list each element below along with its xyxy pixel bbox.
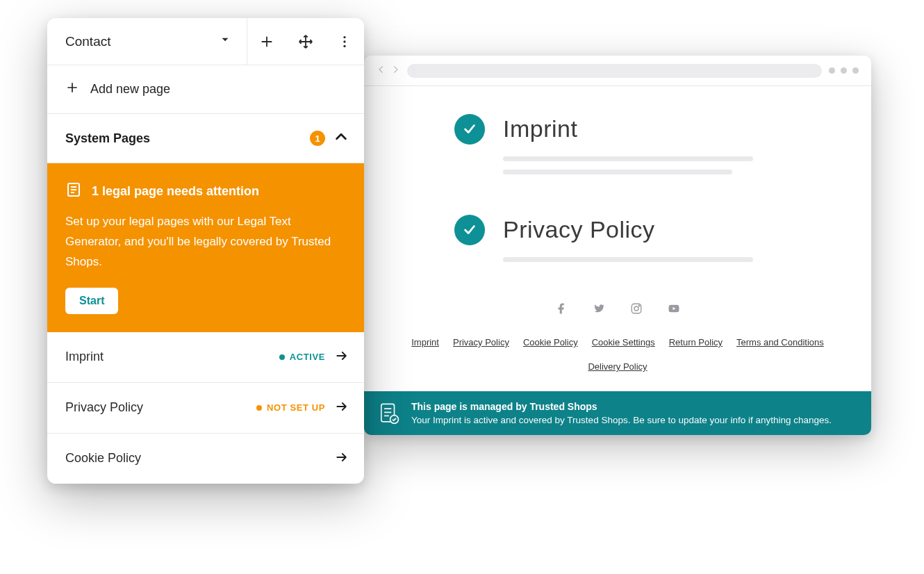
alert-count-badge: 1 bbox=[310, 131, 325, 146]
window-dots bbox=[829, 67, 859, 74]
pages-panel: Contact Add new page bbox=[47, 18, 364, 484]
list-item-label: Cookie Policy bbox=[65, 451, 325, 466]
alert-title: 1 legal page needs attention bbox=[92, 184, 259, 199]
alert-body: Set up your legal pages with our Legal T… bbox=[65, 212, 346, 272]
clipboard-check-icon bbox=[377, 402, 400, 425]
legal-alert-card: 1 legal page needs attention Set up your… bbox=[47, 163, 364, 332]
list-item-label: Privacy Policy bbox=[65, 400, 247, 415]
section-title: System Pages bbox=[65, 131, 302, 146]
twitter-icon[interactable] bbox=[593, 302, 605, 318]
footer-link[interactable]: Cookie Policy bbox=[523, 337, 578, 347]
page-selector[interactable]: Contact bbox=[47, 18, 247, 65]
doc-title: Privacy Policy bbox=[503, 216, 753, 243]
facebook-icon[interactable] bbox=[555, 302, 568, 318]
nav-arrows bbox=[377, 65, 400, 77]
browser-body: Imprint Privacy Policy bbox=[364, 86, 871, 391]
start-button[interactable]: Start bbox=[65, 288, 118, 314]
system-page-cookie[interactable]: Cookie Policy bbox=[47, 434, 364, 484]
svg-point-6 bbox=[343, 40, 345, 42]
trusted-shops-banner: This page is managed by Trusted Shops Yo… bbox=[364, 391, 871, 435]
arrow-right-icon bbox=[335, 349, 349, 366]
social-row bbox=[406, 302, 830, 318]
footer-link[interactable]: Return Policy bbox=[669, 337, 723, 347]
instagram-icon[interactable] bbox=[630, 302, 643, 318]
status-active: ACTIVE bbox=[279, 352, 325, 362]
system-page-privacy[interactable]: Privacy Policy NOT SET UP bbox=[47, 383, 364, 434]
footer-link[interactable]: Privacy Policy bbox=[453, 337, 509, 347]
youtube-icon[interactable] bbox=[668, 302, 680, 318]
footer-link[interactable]: Delivery Policy bbox=[588, 361, 647, 372]
more-button[interactable] bbox=[325, 18, 364, 65]
doc-section-privacy: Privacy Policy bbox=[454, 215, 830, 270]
system-pages-header[interactable]: System Pages 1 bbox=[47, 114, 364, 163]
back-icon[interactable] bbox=[377, 65, 386, 77]
plus-icon bbox=[65, 81, 79, 98]
add-button[interactable] bbox=[247, 18, 286, 65]
footer-links: Imprint Privacy Policy Cookie Policy Coo… bbox=[406, 337, 830, 372]
page-selector-label: Contact bbox=[65, 34, 110, 49]
panel-header: Contact bbox=[47, 18, 364, 65]
add-new-page-label: Add new page bbox=[90, 82, 170, 97]
add-new-page[interactable]: Add new page bbox=[47, 65, 364, 114]
footer-link[interactable]: Cookie Settings bbox=[592, 337, 655, 347]
banner-title: This page is managed by Trusted Shops bbox=[411, 401, 832, 412]
placeholder-lines bbox=[503, 257, 753, 262]
doc-title: Imprint bbox=[503, 115, 753, 142]
chevron-down-icon bbox=[219, 33, 231, 49]
svg-point-5 bbox=[343, 35, 345, 38]
placeholder-lines bbox=[503, 156, 753, 174]
system-page-imprint[interactable]: Imprint ACTIVE bbox=[47, 332, 364, 383]
doc-section-imprint: Imprint bbox=[454, 114, 830, 183]
arrow-right-icon bbox=[335, 450, 349, 467]
footer-link[interactable]: Imprint bbox=[411, 337, 439, 347]
check-icon bbox=[454, 114, 485, 145]
address-bar[interactable] bbox=[407, 64, 822, 78]
arrow-right-icon bbox=[335, 400, 349, 416]
move-button[interactable] bbox=[286, 18, 325, 65]
svg-point-1 bbox=[634, 306, 638, 311]
status-not-set-up: NOT SET UP bbox=[256, 402, 325, 413]
browser-window: Imprint Privacy Policy bbox=[364, 56, 871, 435]
chevron-up-icon bbox=[333, 129, 349, 147]
check-icon bbox=[454, 215, 485, 245]
document-icon bbox=[65, 181, 82, 201]
footer-link[interactable]: Terms and Conditions bbox=[736, 337, 824, 347]
banner-text: Your Imprint is active and covered by Tr… bbox=[411, 415, 832, 425]
browser-toolbar bbox=[364, 56, 871, 86]
list-item-label: Imprint bbox=[65, 350, 270, 364]
forward-icon[interactable] bbox=[390, 65, 400, 77]
svg-point-7 bbox=[343, 44, 345, 47]
svg-point-2 bbox=[638, 305, 640, 306]
